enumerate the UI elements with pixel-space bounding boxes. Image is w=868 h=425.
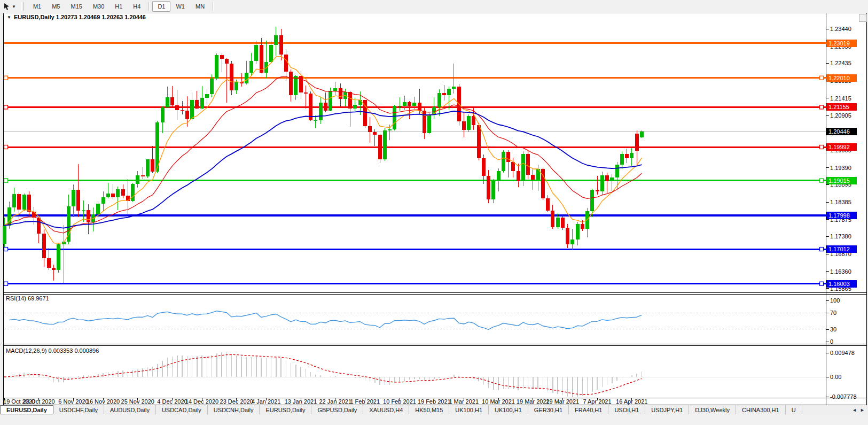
date-axis-label: 1 Feb 2021 (350, 398, 380, 405)
date-axis-label: 7 Apr 2021 (583, 398, 611, 405)
chart-header: ▼EURUSD,Daily 1.20273 1.20469 1.20263 1.… (7, 14, 146, 20)
tab-fra40-h1[interactable]: FRA40,H1 (569, 405, 608, 414)
date-axis-label: 10 Mar 2021 (482, 398, 515, 405)
chart-tabs-bar: EURUSD,DailyUSDCHF,DailyAUDUSD,DailyUSDC… (0, 405, 868, 414)
tab-hk50-m15[interactable]: HK50,M15 (409, 405, 449, 414)
price-axis-tick: 1.18385 (830, 199, 851, 205)
chart-title-ohlc: EURUSD,Daily 1.20273 1.20469 1.20263 1.2… (14, 14, 146, 20)
price-axis-tick: 1.16360 (830, 268, 851, 275)
line-handle[interactable] (4, 248, 8, 251)
timeframe-buttons: M1M5M15M30H1H4D1W1MN (28, 1, 216, 12)
price-axis-tick: 1.23440 (830, 26, 851, 32)
tab-eurusd-daily[interactable]: EURUSD,Daily (0, 405, 53, 414)
tab-xauusd-h4[interactable]: XAUUSD,H4 (363, 405, 409, 414)
chart-dropdown-icon[interactable]: ▼ (7, 15, 11, 20)
tab-ger30-h1[interactable]: GER30,H1 (528, 405, 569, 414)
mt4-window: 1.234401.229301.224351.219251.214151.209… (0, 0, 868, 425)
tab-usoil-h1[interactable]: USOil,H1 (608, 405, 645, 414)
rsi-indicator-label: RSI(14) 69.9671 (6, 295, 49, 302)
date-axis-label: 16 Apr 2021 (616, 398, 647, 405)
macd-axis-label: 0.00 (830, 374, 841, 380)
line-handle[interactable] (820, 282, 824, 285)
cursor-tool-icon (3, 3, 11, 11)
rsi-axis-label: 70 (830, 310, 836, 316)
line-handle[interactable] (4, 105, 8, 109)
price-axis-tick: 1.20905 (830, 112, 851, 119)
hline-price-label: 1.22010 (828, 75, 850, 81)
top-toolbar: ▼ M1M5M15M30H1H4D1W1MN (0, 0, 868, 13)
tab-scroll-controls: ◄► (849, 405, 868, 414)
price-axis-tick: 1.19390 (830, 165, 851, 171)
hline-price-label: 1.16003 (828, 281, 850, 287)
rsi-axis-label: 100 (830, 297, 840, 304)
hline-price-label: 1.23019 (828, 40, 850, 47)
timeframe-button-m30[interactable]: M30 (88, 1, 110, 12)
tab-usdjpy-h1[interactable]: USDJPY,H1 (645, 405, 689, 414)
date-axis-label: 13 Jan 2021 (285, 398, 317, 405)
tab-eurusd-daily[interactable]: EURUSD,Daily (260, 405, 311, 414)
tab-usdchf-daily[interactable]: USDCHF,Daily (53, 405, 104, 414)
line-handle[interactable] (820, 76, 824, 80)
price-axis-tick: 1.17380 (830, 233, 851, 239)
line-handle[interactable] (820, 248, 824, 251)
macd-indicator-label: MACD(12,26,9) 0.003353 0.000896 (6, 347, 99, 354)
timeframe-button-mn[interactable]: MN (190, 1, 210, 12)
chart-window-border (4, 13, 867, 405)
tab-china300-h1[interactable]: CHINA300,H1 (736, 405, 786, 414)
date-axis-label: 16 Nov 2020 (87, 398, 120, 405)
tab-uk100-h1[interactable]: UK100,H1 (489, 405, 528, 414)
date-axis-label: 25 Nov 2020 (121, 398, 154, 405)
rsi-axis-label: 0 (830, 338, 833, 345)
date-axis-label: 14 Dec 2020 (185, 398, 218, 405)
hline-price-label: 1.17998 (828, 212, 850, 219)
toolbar-separator (148, 2, 150, 11)
toolbar-separator (213, 2, 214, 11)
line-handle[interactable] (4, 145, 8, 149)
tab-uk100-h1[interactable]: UK100,H1 (449, 405, 489, 414)
date-axis-label: 10 Feb 2021 (383, 398, 416, 405)
line-handle[interactable] (820, 105, 824, 109)
timeframe-button-h4[interactable]: H4 (128, 1, 146, 12)
tab-usdcad-daily[interactable]: USDCAD,Daily (156, 405, 208, 414)
hline-price-label: 1.19992 (828, 144, 850, 150)
cursor-tool-caret-icon[interactable]: ▼ (12, 4, 16, 9)
date-axis-label: 4 Dec 2020 (157, 398, 187, 405)
tab-usdcnh-daily[interactable]: USDCNH,Daily (208, 405, 260, 414)
timeframe-button-w1[interactable]: W1 (170, 1, 190, 12)
line-handle[interactable] (4, 282, 8, 285)
date-axis-label: 19 Mar 2021 (517, 398, 550, 405)
tab-dj30-weekly[interactable]: DJ30,Weekly (689, 405, 736, 414)
chart-canvas[interactable]: 1.234401.229301.224351.219251.214151.209… (0, 0, 868, 425)
timeframe-button-m5[interactable]: M5 (46, 1, 65, 12)
tab-audusd-daily[interactable]: AUDUSD,Daily (104, 405, 156, 414)
current-price-label: 1.20446 (828, 128, 850, 135)
toolbar-grip[interactable] (21, 2, 24, 11)
tab-u[interactable]: U (786, 405, 802, 414)
line-handle[interactable] (4, 76, 8, 80)
timeframe-button-h1[interactable]: H1 (110, 1, 128, 12)
tab-gbpusd-daily[interactable]: GBPUSD,Daily (311, 405, 363, 414)
chart-corner-button[interactable] (859, 14, 867, 22)
timeframe-button-m15[interactable]: M15 (65, 1, 87, 12)
date-axis-label: 28 Oct 2020 (23, 398, 55, 405)
date-axis-label: 6 Nov 2020 (58, 398, 88, 405)
timeframe-button-d1[interactable]: D1 (152, 1, 170, 12)
timeframe-button-m1[interactable]: M1 (28, 1, 46, 12)
line-handle[interactable] (4, 179, 8, 182)
tab-scroll-left-icon[interactable]: ◄ (852, 407, 857, 413)
line-handle[interactable] (820, 179, 824, 182)
cursor-tool-button[interactable]: ▼ (0, 0, 18, 13)
date-axis-label: 22 Jan 2021 (319, 398, 351, 405)
line-handle[interactable] (820, 145, 824, 149)
date-axis-label: 29 Mar 2021 (546, 398, 579, 405)
macd-axis-label: 0.009478 (830, 350, 855, 356)
date-axis-label: 1 Mar 2021 (449, 398, 479, 405)
date-axis-label: 19 Feb 2021 (418, 398, 451, 405)
date-axis-label: 23 Dec 2020 (220, 398, 253, 405)
hline-price-label: 1.19015 (828, 177, 850, 184)
price-axis-tick: 1.22435 (830, 60, 851, 66)
price-axis-tick: 1.21415 (830, 95, 851, 102)
bottom-strip (0, 414, 868, 425)
tab-scroll-right-icon[interactable]: ► (860, 407, 865, 413)
rsi-axis-label: 30 (830, 326, 836, 333)
